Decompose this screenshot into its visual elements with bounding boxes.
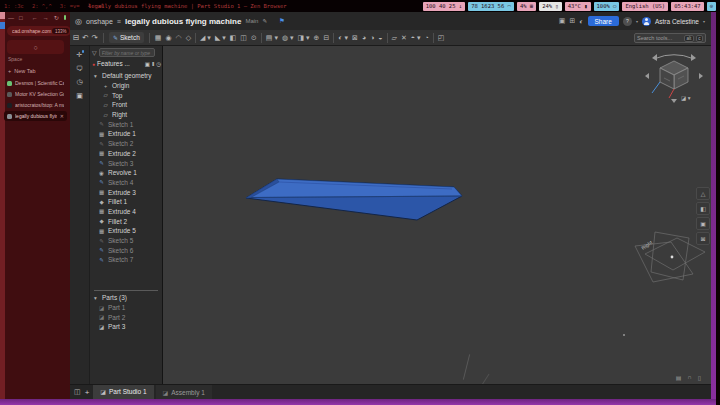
user-caret-icon[interactable]: ▾ (703, 19, 705, 24)
feature-tree-item[interactable]: ▱ Top (90, 90, 163, 100)
branch-label[interactable]: Main (245, 18, 258, 24)
viewport-tool-icon[interactable]: ◧ (696, 202, 710, 215)
feature-tree-item[interactable]: ✎ Sketch 2 (90, 139, 163, 149)
toolbar-tool-icon[interactable] (387, 33, 388, 43)
toolbar-tool-icon[interactable]: ▦ (155, 34, 162, 42)
toolbar-tool-icon[interactable]: ◫ (240, 34, 247, 42)
toolbar-tool-icon[interactable]: ◍ ▾ (282, 34, 294, 42)
zoom-badge[interactable]: 133% (52, 28, 69, 34)
document-tab[interactable]: ◪ Part Studio 1 (93, 385, 153, 400)
rollback-bar[interactable] (94, 290, 158, 291)
close-icon[interactable]: ✕ (60, 113, 64, 119)
toolbar-tool-icon[interactable]: ⊟ (323, 34, 329, 42)
filter-funnel-icon[interactable]: ▽ (92, 49, 97, 56)
wing-part[interactable] (243, 176, 469, 226)
document-tab[interactable]: ◪ Assembly 1 (156, 385, 212, 400)
corner-tool-icon[interactable]: ∩ (687, 374, 691, 381)
workspace-mark-pink[interactable] (0, 12, 5, 19)
sketch-button[interactable]: ✎ Sketch (109, 32, 144, 43)
corner-tool-icon[interactable]: ▤ (676, 374, 682, 381)
notes-icon[interactable]: ▣ (76, 92, 83, 100)
undo-icon[interactable]: ↶ (82, 33, 88, 42)
part-item[interactable]: ◪ Part 2 (90, 312, 163, 322)
feature-tree-item[interactable]: ✎ Sketch 3 (90, 158, 163, 168)
toolbar-tool-icon[interactable]: ◰ (438, 34, 445, 42)
part-item[interactable]: ◪ Part 3 (90, 322, 163, 332)
view-cube[interactable] (643, 48, 705, 104)
maximize-icon[interactable]: □ (19, 15, 23, 21)
feature-tree-item[interactable]: ✎ Sketch 5 (90, 236, 163, 246)
feature-tree-item[interactable]: + Origin (90, 81, 163, 91)
minimize-icon[interactable]: — (8, 15, 14, 21)
parts-header[interactable]: ▾ Parts (3) (90, 293, 163, 303)
workspace-mark-blue[interactable] (0, 22, 5, 29)
workspace-2[interactable]: 2: ^,^ (32, 3, 52, 9)
toolbar-tool-icon[interactable] (195, 33, 196, 43)
feature-tree-item[interactable]: ✎ Sketch 6 (90, 245, 163, 255)
sketch-point[interactable] (623, 334, 625, 336)
workspace-1[interactable]: 1: :3c (4, 3, 24, 9)
toolbar-tool-icon[interactable]: ◑ (370, 34, 374, 41)
toolbar-tool-icon[interactable]: ◠ (176, 34, 182, 42)
feature-tree-item[interactable]: ▦ Extrude 4 (90, 207, 163, 217)
toolbar-tool-icon[interactable]: ◐ ▾ (338, 34, 348, 42)
toolbar-tool-icon[interactable]: ◇ (186, 34, 191, 42)
feature-list-icon[interactable]: ⊟ (73, 33, 79, 42)
toolbar-tool-icon[interactable]: ◕ (362, 34, 366, 41)
help-caret-icon[interactable]: ▾ (636, 19, 638, 24)
filter-input[interactable] (99, 48, 155, 57)
toolbar-tool-icon[interactable]: ◧ (230, 34, 237, 42)
document-title[interactable]: legally dubious flying machine (125, 17, 241, 26)
toolbar-tool-icon[interactable] (261, 33, 262, 43)
avatar[interactable] (642, 17, 651, 26)
help-icon[interactable]: ? (623, 17, 632, 26)
redo-icon[interactable]: ↷ (92, 33, 98, 42)
search-tools-input[interactable]: Search tools... alt c (634, 33, 706, 43)
toolbar-tool-icon[interactable]: ◢ ▾ (200, 34, 211, 42)
feature-tree-item[interactable]: ▱ Right (90, 110, 163, 120)
pause-icon[interactable]: ‖ (152, 61, 154, 67)
viewport-tool-icon[interactable]: △ (696, 187, 710, 200)
feature-tree-item[interactable]: ▦ Extrude 1 (90, 129, 163, 139)
toolbar-tool-icon[interactable]: ◔ (425, 34, 429, 41)
theme-icon[interactable]: ◐ (579, 18, 583, 25)
share-button[interactable]: Share (588, 16, 619, 26)
part-item[interactable]: ◪ Part 1 (90, 303, 163, 313)
feature-tree-item[interactable]: ✎ Sketch 4 (90, 178, 163, 188)
copy-workspace-icon[interactable]: ▣ (559, 17, 566, 25)
toolbar-tool-icon[interactable]: ◓ ▾ (411, 34, 421, 42)
toolbar-tool-icon[interactable]: ◒ (378, 34, 382, 41)
feature-tree-item[interactable]: ◆ Fillet 2 (90, 216, 163, 226)
toolbar-tool-icon[interactable]: ▤ ▾ (266, 34, 278, 42)
feature-tree-item[interactable]: ▱ Front (90, 100, 163, 110)
new-tab-button[interactable]: + New Tab (8, 68, 36, 74)
extension-icon[interactable] (64, 15, 66, 20)
toolbar-tool-icon[interactable] (333, 33, 334, 43)
select-tool-icon[interactable]: ✛ (77, 51, 83, 59)
forward-icon[interactable]: → (43, 15, 49, 21)
reload-icon[interactable]: ↻ (54, 14, 59, 21)
versions-history-icon[interactable]: ◷ (76, 78, 82, 86)
toolbar-tool-icon[interactable]: ⊕ (314, 34, 320, 42)
tab-manager-icon[interactable]: ◫ (74, 388, 81, 396)
toolbar-tool-icon[interactable]: ◨ ▾ (298, 34, 310, 42)
feature-tree-item[interactable]: ▾ Default geometry (90, 71, 163, 81)
flag-icon[interactable]: ⚑ (279, 17, 285, 25)
viewport[interactable]: ◪ ▾ △ ◧ ▣ ⊠ (163, 46, 711, 384)
toolbar-tool-icon[interactable]: ▱ (392, 34, 397, 42)
toolbar-tool-icon[interactable]: ◉ (165, 34, 171, 42)
apps-grid-icon[interactable]: ⊞ (569, 17, 575, 25)
rollback-history-icon[interactable]: ◷ (156, 61, 161, 67)
toolbar-tool-icon[interactable]: ✕ (401, 34, 407, 42)
sidebar-search-box[interactable]: ○ (7, 40, 64, 54)
feature-tree-item[interactable]: ◆ Fillet 1 (90, 197, 163, 207)
url-bar[interactable]: cad.onshape.com 133% (7, 26, 71, 36)
toolbar-tool-icon[interactable]: ◣ ▾ (215, 34, 226, 42)
add-tab-icon[interactable]: + (85, 388, 90, 397)
feature-tree-item[interactable]: ✎ Sketch 7 (90, 255, 163, 265)
corner-tool-icon[interactable]: ▯ (698, 374, 701, 381)
browser-tab[interactable]: legally dubious flying ✕ (4, 111, 67, 121)
feature-tree-item[interactable]: ▦ Extrude 5 (90, 226, 163, 236)
toolbar-tool-icon[interactable]: ⊙ (251, 34, 257, 42)
panel-box-icon[interactable]: ▣ (145, 61, 150, 67)
